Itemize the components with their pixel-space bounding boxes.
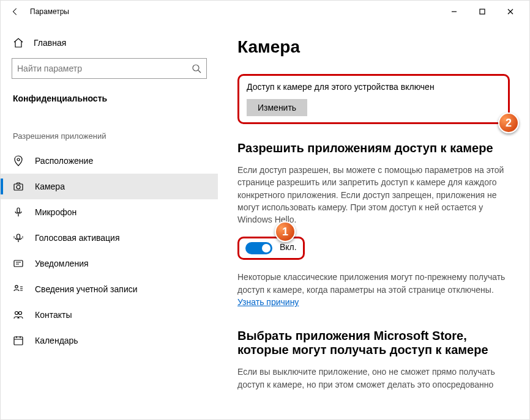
sidebar-item-label: Сведения учетной записи xyxy=(35,284,138,294)
classic-apps-note: Некоторые классические приложения могут … xyxy=(237,271,510,308)
annotation-badge-2: 2 xyxy=(498,112,519,133)
sidebar-item-label: Контакты xyxy=(35,310,72,320)
search-icon xyxy=(192,64,201,73)
sidebar-item-label: Камера xyxy=(35,182,65,191)
svg-point-9 xyxy=(15,312,18,315)
contacts-icon xyxy=(13,309,24,320)
svg-rect-5 xyxy=(17,208,20,213)
sidebar-item-notifications[interactable]: Уведомления xyxy=(1,251,218,276)
store-apps-description: Если вы выключите приложение, оно не смо… xyxy=(237,366,510,391)
main-content: Камера Доступ к камере для этого устройс… xyxy=(218,23,529,419)
sidebar-item-label: Расположение xyxy=(35,156,93,166)
svg-point-10 xyxy=(19,312,22,315)
svg-point-8 xyxy=(15,286,18,288)
sidebar-item-microphone[interactable]: Микрофон xyxy=(1,199,218,225)
sidebar-section-title: Конфиденциальность xyxy=(1,87,218,114)
svg-rect-6 xyxy=(17,234,20,239)
store-apps-title: Выбрать приложения Microsoft Store, кото… xyxy=(237,329,510,357)
sidebar-item-camera[interactable]: Камера xyxy=(1,174,218,199)
svg-rect-0 xyxy=(480,9,485,14)
search-input[interactable] xyxy=(12,58,207,79)
search-field[interactable] xyxy=(17,64,192,73)
sidebar-item-label: Уведомления xyxy=(35,259,89,268)
learn-why-link[interactable]: Узнать причину xyxy=(237,297,299,307)
account-icon xyxy=(13,284,24,295)
svg-point-1 xyxy=(193,65,199,71)
sidebar-item-label: Голосовая активация xyxy=(35,233,120,243)
maximize-button[interactable] xyxy=(468,2,496,21)
home-icon xyxy=(13,37,24,48)
sidebar-home[interactable]: Главная xyxy=(1,32,218,56)
camera-icon xyxy=(13,181,24,192)
back-button[interactable] xyxy=(6,2,25,21)
maximize-icon xyxy=(479,9,485,15)
sidebar-item-label: Календарь xyxy=(35,336,78,345)
calendar-icon xyxy=(13,335,24,346)
notifications-icon xyxy=(13,258,24,269)
allow-apps-title: Разрешить приложениям доступ к камере xyxy=(237,141,510,155)
device-access-status: Доступ к камере для этого устройства вкл… xyxy=(247,82,501,92)
titlebar: Параметры xyxy=(1,1,529,23)
sidebar-item-calendar[interactable]: Календарь xyxy=(1,328,218,353)
svg-point-4 xyxy=(17,185,20,189)
voice-icon xyxy=(13,232,24,243)
svg-rect-7 xyxy=(14,260,23,267)
close-button[interactable] xyxy=(496,2,524,21)
camera-access-toggle[interactable] xyxy=(245,242,272,254)
arrow-left-icon xyxy=(11,7,20,16)
sidebar: Главная Конфиденциальность Разрешения пр… xyxy=(1,23,218,419)
minimize-icon xyxy=(451,9,457,15)
sidebar-group-label: Разрешения приложений xyxy=(1,114,218,148)
sidebar-item-voice[interactable]: Голосовая активация xyxy=(1,225,218,251)
annotation-box-2: Доступ к камере для этого устройства вкл… xyxy=(237,74,510,124)
sidebar-item-location[interactable]: Расположение xyxy=(1,148,218,174)
page-title: Камера xyxy=(237,37,510,57)
classic-apps-note-text: Некоторые классические приложения могут … xyxy=(237,272,505,294)
close-icon xyxy=(507,9,513,15)
allow-apps-description: Если доступ разрешен, вы можете с помощь… xyxy=(237,164,510,226)
svg-rect-11 xyxy=(14,337,23,345)
minimize-button[interactable] xyxy=(440,2,468,21)
annotation-badge-1: 1 xyxy=(275,221,296,242)
change-button[interactable]: Изменить xyxy=(247,99,307,116)
sidebar-item-contacts[interactable]: Контакты xyxy=(1,302,218,328)
window-title: Параметры xyxy=(30,7,69,16)
window-controls xyxy=(440,2,524,21)
svg-point-2 xyxy=(17,158,20,161)
sidebar-home-label: Главная xyxy=(34,38,66,48)
sidebar-item-label: Микрофон xyxy=(35,207,77,217)
location-icon xyxy=(13,155,24,166)
sidebar-item-account[interactable]: Сведения учетной записи xyxy=(1,276,218,302)
toggle-state-label: Вкл. xyxy=(280,242,297,254)
microphone-icon xyxy=(13,207,24,218)
annotation-box-1: Вкл. 1 xyxy=(237,237,305,260)
